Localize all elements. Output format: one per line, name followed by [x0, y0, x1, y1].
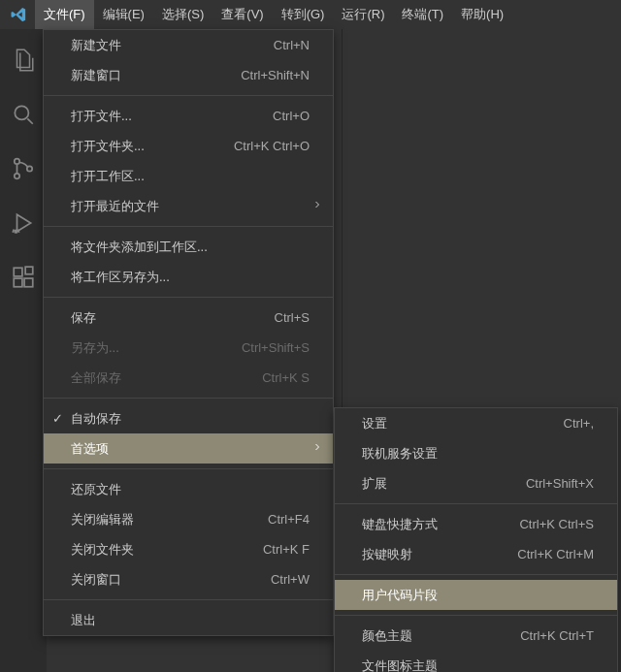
menu-separator	[44, 95, 333, 96]
file-menu-item[interactable]: 打开工作区...	[44, 161, 333, 191]
menubar-view[interactable]: 查看(V)	[212, 0, 272, 29]
menu-item-label: 打开文件...	[71, 108, 273, 125]
menu-item-label: 新建文件	[71, 37, 274, 54]
menu-separator	[335, 574, 617, 575]
extensions-icon[interactable]	[0, 254, 47, 301]
menu-item-shortcut: Ctrl+,	[564, 416, 594, 431]
menu-separator	[44, 297, 333, 298]
file-menu-item[interactable]: 打开最近的文件	[44, 191, 333, 221]
file-menu-item: 另存为...Ctrl+Shift+S	[44, 333, 333, 363]
menu-separator	[44, 599, 333, 600]
file-menu-item: 全部保存Ctrl+K S	[44, 363, 333, 393]
pref-submenu-item[interactable]: 颜色主题Ctrl+K Ctrl+T	[335, 621, 617, 651]
pref-submenu-item[interactable]: 用户代码片段	[335, 580, 617, 610]
file-menu-item[interactable]: 退出	[44, 605, 333, 635]
svg-point-1	[15, 159, 19, 164]
svg-rect-6	[14, 278, 22, 287]
menubar-edit[interactable]: 编辑(E)	[94, 0, 153, 29]
menu-item-label: 联机服务设置	[362, 445, 594, 463]
files-icon[interactable]	[0, 37, 47, 83]
file-menu-item[interactable]: 打开文件夹...Ctrl+K Ctrl+O	[44, 131, 333, 161]
pref-submenu-item[interactable]: 文件图标主题	[335, 651, 617, 672]
menu-item-shortcut: Ctrl+W	[271, 572, 310, 587]
menu-item-label: 颜色主题	[362, 627, 520, 645]
menu-item-label: 关闭编辑器	[71, 511, 268, 528]
menu-item-shortcut: Ctrl+Shift+S	[242, 340, 310, 355]
menu-item-shortcut: Ctrl+K Ctrl+S	[519, 517, 594, 531]
pref-submenu-item[interactable]: 联机服务设置	[335, 438, 617, 468]
menu-item-shortcut: Ctrl+K Ctrl+O	[234, 139, 310, 153]
menubar-selection[interactable]: 选择(S)	[153, 0, 212, 29]
svg-rect-7	[24, 278, 33, 287]
pref-submenu-item[interactable]: 键盘快捷方式Ctrl+K Ctrl+S	[335, 509, 617, 539]
menu-item-shortcut: Ctrl+K F	[263, 542, 310, 557]
file-menu-item[interactable]: 打开文件...Ctrl+O	[44, 101, 333, 131]
menu-item-label: 另存为...	[71, 339, 242, 357]
menu-item-shortcut: Ctrl+F4	[268, 512, 310, 527]
source-control-icon[interactable]	[0, 145, 47, 192]
preferences-submenu: 设置Ctrl+,联机服务设置扩展Ctrl+Shift+X键盘快捷方式Ctrl+K…	[334, 407, 618, 672]
menu-item-label: 用户代码片段	[362, 587, 594, 604]
menu-item-label: 退出	[71, 612, 310, 629]
menu-item-label: 全部保存	[71, 369, 262, 387]
file-menu-dropdown: 新建文件Ctrl+N新建窗口Ctrl+Shift+N打开文件...Ctrl+O打…	[43, 29, 334, 636]
file-menu-item[interactable]: 保存Ctrl+S	[44, 303, 333, 333]
chevron-right-icon	[311, 199, 323, 213]
file-menu-item[interactable]: 关闭文件夹Ctrl+K F	[44, 534, 333, 564]
menu-item-label: 设置	[362, 415, 564, 432]
menu-item-label: 将文件夹添加到工作区...	[71, 239, 310, 256]
menu-item-label: 打开最近的文件	[71, 198, 310, 215]
menu-item-label: 将工作区另存为...	[71, 269, 310, 286]
menu-item-label: 关闭窗口	[71, 571, 271, 589]
menu-item-label: 按键映射	[362, 546, 517, 563]
run-debug-icon[interactable]	[0, 200, 47, 246]
menu-item-shortcut: Ctrl+S	[275, 310, 310, 325]
menu-item-label: 打开文件夹...	[71, 138, 234, 155]
menu-item-shortcut: Ctrl+N	[274, 38, 310, 52]
menubar-terminal[interactable]: 终端(T)	[393, 0, 452, 29]
file-menu-item[interactable]: 新建文件Ctrl+N	[44, 30, 333, 60]
pref-submenu-item[interactable]: 按键映射Ctrl+K Ctrl+M	[335, 539, 617, 569]
menu-item-label: 自动保存	[71, 410, 310, 428]
menu-item-shortcut: Ctrl+K S	[262, 370, 310, 385]
svg-point-2	[15, 174, 19, 178]
file-menu-item[interactable]: ✓自动保存	[44, 403, 333, 433]
svg-point-3	[27, 166, 32, 171]
menu-separator	[44, 398, 333, 399]
file-menu-item[interactable]: 首选项	[44, 433, 333, 464]
menu-item-shortcut: Ctrl+Shift+N	[241, 68, 310, 82]
file-menu-item[interactable]: 新建窗口Ctrl+Shift+N	[44, 60, 333, 90]
menu-item-label: 键盘快捷方式	[362, 516, 519, 533]
menu-item-shortcut: Ctrl+K Ctrl+M	[517, 547, 594, 561]
file-menu-item[interactable]: 还原文件	[44, 474, 333, 504]
menu-item-label: 首选项	[71, 440, 310, 458]
menu-separator	[335, 503, 617, 504]
file-menu-item[interactable]: 关闭编辑器Ctrl+F4	[44, 504, 333, 534]
check-icon: ✓	[50, 411, 64, 426]
menubar-run[interactable]: 运行(R)	[333, 0, 393, 29]
menu-item-label: 保存	[71, 309, 275, 327]
menubar-file[interactable]: 文件(F)	[35, 0, 94, 29]
file-menu-item[interactable]: 关闭窗口Ctrl+W	[44, 564, 333, 594]
file-menu-item[interactable]: 将工作区另存为...	[44, 262, 333, 292]
search-icon[interactable]	[0, 91, 47, 138]
menu-item-shortcut: Ctrl+K Ctrl+T	[520, 628, 594, 643]
menubar-go[interactable]: 转到(G)	[273, 0, 334, 29]
pref-submenu-item[interactable]: 扩展Ctrl+Shift+X	[335, 468, 617, 498]
activitybar	[0, 29, 47, 672]
svg-point-4	[15, 230, 17, 233]
svg-point-0	[15, 106, 28, 119]
svg-rect-5	[14, 268, 22, 276]
menu-item-label: 扩展	[362, 475, 526, 493]
chevron-right-icon	[311, 441, 323, 456]
menu-item-shortcut: Ctrl+O	[273, 109, 310, 123]
menu-item-label: 新建窗口	[71, 67, 241, 84]
menu-item-label: 文件图标主题	[362, 657, 594, 673]
menubar-help[interactable]: 帮助(H)	[452, 0, 512, 29]
file-menu-item[interactable]: 将文件夹添加到工作区...	[44, 232, 333, 262]
svg-rect-8	[25, 267, 33, 274]
pref-submenu-item[interactable]: 设置Ctrl+,	[335, 408, 617, 438]
menu-separator	[44, 468, 333, 469]
menubar: 文件(F) 编辑(E) 选择(S) 查看(V) 转到(G) 运行(R) 终端(T…	[0, 0, 621, 29]
menu-item-label: 还原文件	[71, 481, 310, 498]
